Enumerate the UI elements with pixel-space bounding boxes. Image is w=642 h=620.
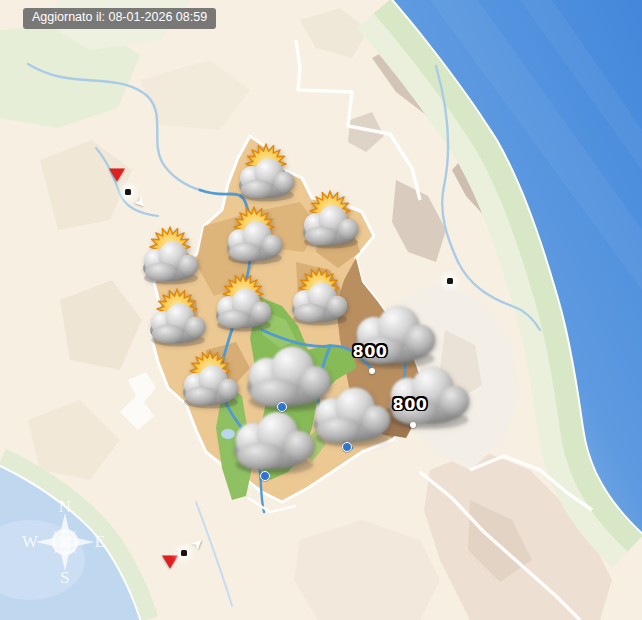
compass-rose-icon: N E S W [10, 487, 120, 597]
compass-east-label: E [95, 532, 105, 551]
small-lake [221, 429, 235, 439]
compass-west-label: W [22, 532, 39, 551]
compass-north-label: N [59, 497, 71, 516]
updated-timestamp: Aggiornato il: 08-01-2026 08:59 [23, 8, 216, 29]
compass-south-label: S [60, 568, 69, 587]
weather-map: 800 800 ➤➤ Aggiornato il: 08-01-2026 08:… [0, 0, 642, 620]
